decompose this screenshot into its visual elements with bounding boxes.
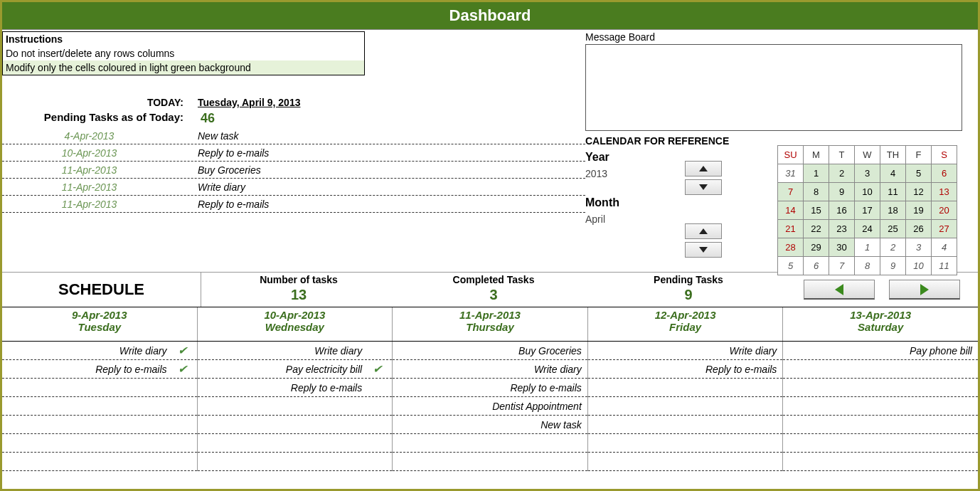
calendar-day-cell[interactable]: 1 [855, 238, 880, 257]
task-cell[interactable]: Write diary [198, 342, 393, 360]
calendar-day-cell[interactable]: 31 [778, 164, 804, 183]
calendar-day-cell[interactable]: 7 [829, 257, 855, 275]
task-cell[interactable] [783, 434, 978, 453]
month-down-button[interactable] [685, 242, 722, 258]
calendar-day-cell[interactable]: 18 [880, 201, 906, 220]
calendar-day-cell[interactable]: 5 [906, 164, 932, 183]
task-cell[interactable] [198, 434, 393, 453]
calendar-day-cell[interactable]: 11 [880, 183, 906, 201]
task-cell[interactable]: Dentist Appointment [393, 397, 587, 416]
task-cell[interactable] [2, 434, 197, 453]
calendar-day-cell[interactable]: 8 [855, 257, 880, 275]
calendar-day-cell[interactable]: 20 [932, 201, 957, 220]
upcoming-task: New task [198, 130, 239, 142]
calendar-day-cell[interactable]: 27 [932, 220, 957, 238]
calendar-day-cell[interactable]: 11 [932, 257, 957, 275]
task-cell[interactable] [783, 397, 978, 416]
calendar-day-cell[interactable]: 15 [804, 201, 829, 220]
calendar-day-cell[interactable]: 8 [804, 183, 829, 201]
task-cell[interactable] [393, 453, 587, 471]
calendar-day-cell[interactable]: 24 [855, 220, 880, 238]
task-cell[interactable]: Reply to e-mails✔ [2, 360, 197, 379]
calendar-day-cell[interactable]: 5 [778, 257, 804, 275]
task-cell[interactable]: Pay electricity bill✔ [198, 360, 393, 379]
task-cell[interactable] [783, 453, 978, 471]
calendar-day-cell[interactable]: 6 [932, 164, 957, 183]
task-cell[interactable] [588, 453, 783, 471]
today-label: TODAY: [2, 97, 198, 108]
calendar-day-cell[interactable]: 30 [829, 238, 855, 257]
task-cell[interactable]: Reply to e-mails [198, 379, 393, 397]
task-cell[interactable] [2, 453, 197, 471]
completed-tasks-value: 3 [396, 287, 591, 303]
year-down-button[interactable] [685, 179, 722, 195]
calendar-day-cell[interactable]: 19 [906, 201, 932, 220]
message-board-label: Message Board [585, 30, 978, 44]
task-cell[interactable]: Pay phone bill [783, 342, 978, 360]
task-cell[interactable]: New task [393, 416, 587, 434]
mini-calendar: SUMTWTHFS3112345678910111213141516171819… [777, 145, 957, 275]
calendar-day-cell[interactable]: 2 [829, 164, 855, 183]
calendar-day-cell[interactable]: 13 [932, 183, 957, 201]
calendar-day-cell[interactable]: 1 [804, 164, 829, 183]
task-cell[interactable] [198, 416, 393, 434]
calendar-day-cell[interactable]: 17 [855, 201, 880, 220]
task-cell[interactable] [393, 434, 587, 453]
task-cell[interactable] [783, 360, 978, 379]
task-cell[interactable]: Reply to e-mails [588, 360, 783, 379]
calendar-day-cell[interactable]: 7 [778, 183, 804, 201]
task-cell[interactable] [2, 379, 197, 397]
calendar-day-cell[interactable]: 3 [906, 238, 932, 257]
task-cell[interactable] [2, 397, 197, 416]
year-value[interactable]: 2013 [585, 168, 770, 179]
calendar-day-cell[interactable]: 28 [778, 238, 804, 257]
calendar-day-cell[interactable]: 2 [880, 238, 906, 257]
task-cell[interactable] [198, 397, 393, 416]
month-value[interactable]: April [585, 213, 770, 225]
calendar-day-cell[interactable]: 26 [906, 220, 932, 238]
calendar-day-cell[interactable]: 23 [829, 220, 855, 238]
calendar-day-cell[interactable]: 9 [829, 183, 855, 201]
upcoming-task: Reply to e-mails [198, 199, 269, 210]
schedule-header: SCHEDULE [2, 273, 201, 307]
calendar-day-cell[interactable]: 4 [932, 238, 957, 257]
calendar-day-cell[interactable]: 16 [829, 201, 855, 220]
upcoming-task: Buy Groceries [198, 164, 261, 176]
checkmark-icon: ✔ [178, 362, 187, 376]
schedule-prev-button[interactable] [804, 280, 875, 300]
calendar-day-cell[interactable]: 12 [906, 183, 932, 201]
day-header: 12-Apr-2013Friday [588, 307, 784, 341]
task-cell[interactable]: Write diary [588, 342, 783, 360]
task-cell[interactable]: Buy Groceries [393, 342, 587, 360]
chevron-up-icon [699, 166, 708, 171]
calendar-day-cell[interactable]: 29 [804, 238, 829, 257]
calendar-day-cell[interactable]: 21 [778, 220, 804, 238]
task-cell[interactable] [198, 453, 393, 471]
task-cell[interactable] [588, 379, 783, 397]
task-cell[interactable] [783, 416, 978, 434]
task-cell[interactable]: Write diary [393, 360, 587, 379]
upcoming-date: 10-Apr-2013 [2, 147, 198, 159]
calendar-day-cell[interactable]: 3 [855, 164, 880, 183]
task-cell[interactable] [2, 416, 197, 434]
chevron-up-icon [699, 228, 708, 234]
calendar-day-cell[interactable]: 10 [855, 183, 880, 201]
month-up-button[interactable] [685, 223, 722, 239]
calendar-day-header: TH [880, 146, 906, 164]
task-cell[interactable] [588, 434, 783, 453]
year-up-button[interactable] [685, 161, 722, 176]
schedule-next-button[interactable] [889, 280, 960, 300]
task-cell[interactable] [588, 397, 783, 416]
task-cell[interactable] [783, 379, 978, 397]
calendar-day-cell[interactable]: 6 [804, 257, 829, 275]
message-board-box[interactable] [585, 44, 962, 131]
calendar-day-cell[interactable]: 25 [880, 220, 906, 238]
task-cell[interactable] [588, 416, 783, 434]
calendar-day-cell[interactable]: 22 [804, 220, 829, 238]
calendar-day-cell[interactable]: 14 [778, 201, 804, 220]
task-cell[interactable]: Reply to e-mails [393, 379, 587, 397]
task-cell[interactable]: Write diary✔ [2, 342, 197, 360]
calendar-day-cell[interactable]: 10 [906, 257, 932, 275]
calendar-day-cell[interactable]: 9 [880, 257, 906, 275]
calendar-day-cell[interactable]: 4 [880, 164, 906, 183]
